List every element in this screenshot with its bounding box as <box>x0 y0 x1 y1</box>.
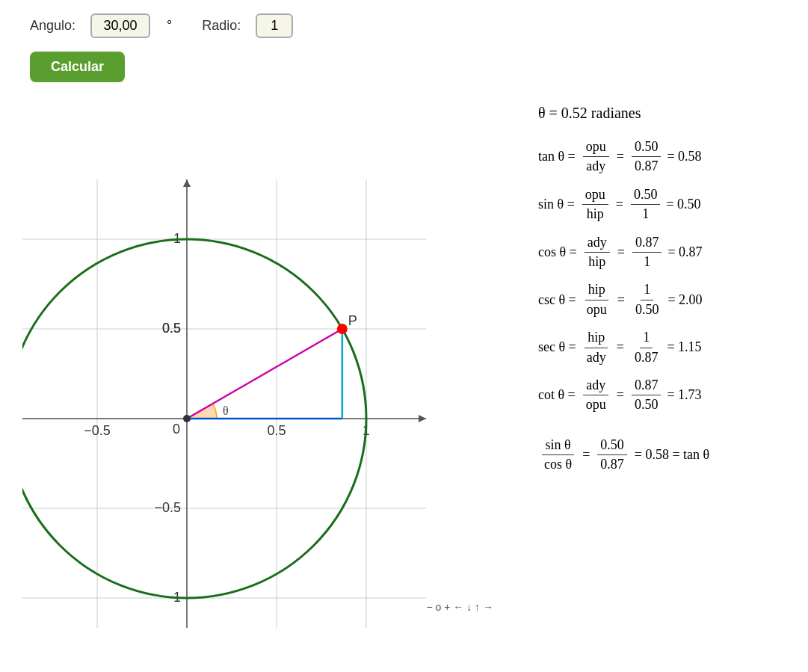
csc-formula-row: csc θ = hip opu = 1 0.50 = 2.00 <box>538 281 793 318</box>
sin-formula-row: sin θ = opu hip = 0.50 1 = 0.50 <box>538 186 793 224</box>
cot-frac1: ady opu <box>583 377 609 414</box>
tan-lhs: tan θ = <box>538 147 576 166</box>
top-bar: Angulo: ° Radio: <box>0 0 808 46</box>
sin-result: = 0.50 <box>666 195 700 214</box>
cos-formula-row: cos θ = ady hip = 0.87 1 = 0.87 <box>538 234 793 271</box>
final-frac2: 0.50 0.87 <box>597 437 627 474</box>
final-result: = 0.58 = tan θ <box>635 447 709 463</box>
sin-frac2: 0.50 1 <box>631 186 661 224</box>
cot-result: = 1.73 <box>667 386 701 404</box>
angulo-input[interactable] <box>90 13 150 38</box>
cot-formula-row: cot θ = ady opu = 0.87 0.50 = 1.73 <box>538 377 793 414</box>
angulo-label: Angulo: <box>30 18 75 34</box>
sec-result: = 1.15 <box>667 338 701 357</box>
tan-frac1: opu ady <box>583 138 609 176</box>
radio-label: Radio: <box>202 18 241 34</box>
csc-frac2: 1 0.50 <box>632 281 662 318</box>
degree-symbol: ° <box>167 18 172 34</box>
sec-frac1: hip ady <box>584 329 609 366</box>
cos-result: = 0.87 <box>667 243 702 262</box>
cos-frac2: 0.87 1 <box>632 234 662 271</box>
cot-lhs: cot θ = <box>538 386 576 404</box>
sin-lhs: sin θ = <box>538 195 575 214</box>
csc-result: = 2.00 <box>667 291 702 309</box>
main-content: − o + ← ↓ ↑ → θ = 0.52 radianes tan θ = … <box>0 90 808 628</box>
sec-frac2: 1 0.87 <box>632 329 661 366</box>
cos-lhs: cos θ = <box>538 243 577 262</box>
final-identity-row: sin θ cos θ = 0.50 0.87 = 0.58 = tan θ <box>538 437 793 474</box>
csc-lhs: csc θ = <box>538 291 576 309</box>
cos-frac1: ady hip <box>585 234 610 271</box>
sin-frac1: opu hip <box>582 186 608 224</box>
unit-circle-canvas <box>22 90 516 628</box>
canvas-area: − o + ← ↓ ↑ → <box>22 90 516 628</box>
radio-input[interactable] <box>256 13 293 38</box>
cot-frac2: 0.87 0.50 <box>632 377 661 414</box>
tan-result: = 0.58 <box>667 147 701 166</box>
calcular-button[interactable]: Calcular <box>30 52 125 82</box>
csc-frac1: hip opu <box>584 281 610 318</box>
tan-formula-row: tan θ = opu ady = 0.50 0.87 = 0.58 <box>538 138 793 176</box>
tan-frac2: 0.50 0.87 <box>632 138 661 176</box>
theta-radians: θ = 0.52 radianes <box>538 105 793 122</box>
sec-lhs: sec θ = <box>538 338 576 357</box>
nav-hint: − o + ← ↓ ↑ → <box>427 601 493 613</box>
final-frac1: sin θ cos θ <box>541 437 575 474</box>
formulas-panel: θ = 0.52 radianes tan θ = opu ady = 0.50… <box>516 90 808 628</box>
sec-formula-row: sec θ = hip ady = 1 0.87 = 1.15 <box>538 329 793 366</box>
